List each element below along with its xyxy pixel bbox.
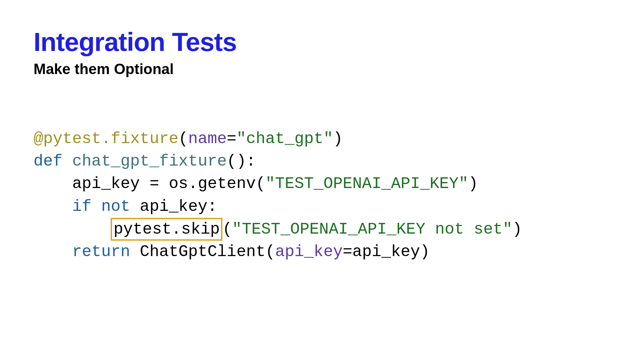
- indent: [34, 243, 72, 261]
- string-literal: "chat_gpt": [236, 130, 333, 148]
- paren: (: [222, 220, 232, 238]
- indent: [34, 220, 111, 238]
- decorator: @pytest.fixture: [34, 130, 178, 148]
- slide-title: Integration Tests: [34, 27, 610, 57]
- paren: (: [178, 130, 188, 148]
- code-line-4: if not api_key:: [34, 197, 217, 216]
- code-line-6: return ChatGptClient(api_key=api_key): [34, 243, 430, 261]
- keyword-if: if: [72, 197, 92, 216]
- code-block: @pytest.fixture(name="chat_gpt") def cha…: [34, 128, 610, 263]
- keyword-def: def: [34, 152, 62, 170]
- indent: [34, 197, 72, 216]
- parens: ():: [227, 152, 256, 170]
- function-name: chat_gpt_fixture: [72, 152, 227, 170]
- param-name: api_key: [275, 243, 343, 261]
- code-line-2: def chat_gpt_fixture():: [34, 152, 256, 170]
- code-text: api_key:: [130, 197, 217, 216]
- slide-subtitle: Make them Optional: [34, 61, 610, 77]
- code-line-1: @pytest.fixture(name="chat_gpt"): [34, 130, 343, 148]
- param-name: name: [188, 130, 227, 148]
- paren: ): [333, 130, 343, 148]
- space: [62, 152, 72, 170]
- equals: =: [227, 130, 236, 148]
- keyword-not: not: [101, 197, 130, 216]
- string-literal: "TEST_OPENAI_API_KEY not set": [232, 220, 512, 238]
- string-literal: "TEST_OPENAI_API_KEY": [265, 175, 468, 193]
- keyword-return: return: [72, 243, 130, 261]
- paren: ): [468, 175, 478, 193]
- code-text: api_key = os.getenv(: [72, 175, 265, 193]
- highlighted-code: pytest.skip: [111, 218, 222, 241]
- code-text: =api_key): [343, 243, 430, 261]
- code-line-5: pytest.skip("TEST_OPENAI_API_KEY not set…: [34, 220, 522, 238]
- code-text: ChatGptClient(: [130, 243, 275, 261]
- code-line-3: api_key = os.getenv("TEST_OPENAI_API_KEY…: [34, 175, 478, 193]
- indent: [34, 175, 72, 193]
- space: [92, 197, 101, 216]
- paren: ): [512, 220, 522, 238]
